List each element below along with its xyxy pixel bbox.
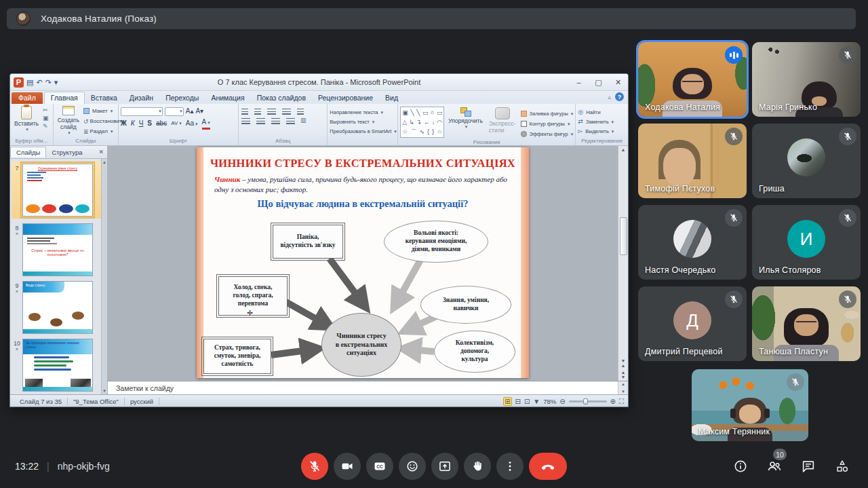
underline-button[interactable]: Ч xyxy=(139,119,144,128)
justify-icon[interactable] xyxy=(286,118,295,124)
zoom-slider-thumb[interactable] xyxy=(583,398,588,405)
participant-tile-grisha[interactable]: Гриша xyxy=(752,124,861,198)
italic-button[interactable]: К xyxy=(131,119,135,128)
format-painter-icon[interactable]: ✎ xyxy=(43,123,49,130)
notes-scrollbar[interactable]: ▲▼ xyxy=(618,381,628,394)
participant-tile-tanyusha[interactable]: Танюша Пластун xyxy=(752,286,861,361)
captions-button[interactable] xyxy=(366,453,393,480)
participant-tile-tymofii[interactable]: Тимофій Пєтухов xyxy=(638,124,747,198)
line-spacing-icon[interactable] xyxy=(297,109,304,115)
present-screen-button[interactable] xyxy=(431,453,458,480)
slide-canvas[interactable]: ЧИННИКИ СТРЕСУ В ЕКСТРЕМАЛЬНИХ СИТУАЦІЯХ… xyxy=(108,146,628,381)
normal-view-button[interactable]: ⊞ xyxy=(503,397,511,406)
participants-button[interactable]: 10 xyxy=(761,453,788,480)
activities-button[interactable] xyxy=(829,453,856,480)
zoom-slider[interactable] xyxy=(569,400,607,402)
leave-call-button[interactable] xyxy=(529,453,567,480)
raise-hand-button[interactable] xyxy=(464,453,491,480)
text-direction-button[interactable]: Направление текста xyxy=(330,108,383,117)
smartart-button[interactable]: Преобразовать в SmartArt xyxy=(330,127,397,136)
tab-slideshow[interactable]: Показ слайдов xyxy=(251,92,312,104)
reactions-button[interactable] xyxy=(399,453,426,480)
font-color-button[interactable]: A xyxy=(202,117,210,130)
zoom-out-button[interactable]: ⊖ xyxy=(559,398,565,405)
cut-icon[interactable]: ✂ xyxy=(43,107,49,113)
bold-button[interactable]: Ж xyxy=(121,119,127,128)
fit-to-window-button[interactable]: ⛶ xyxy=(619,398,624,406)
meeting-details-button[interactable] xyxy=(727,453,754,480)
shadow-button[interactable]: S xyxy=(147,119,152,128)
find-button[interactable]: ◎Найти xyxy=(578,108,600,117)
participant-tile-maria[interactable]: Марія Гринько xyxy=(752,42,861,117)
reading-view-button[interactable]: ⊡ xyxy=(524,398,530,405)
tab-view[interactable]: Вид xyxy=(379,92,404,104)
paste-button[interactable]: Вставить xyxy=(12,105,41,133)
close-button[interactable]: ✕ xyxy=(608,76,628,89)
columns-icon[interactable]: ▥ xyxy=(300,117,307,124)
panel-close-icon[interactable]: ✕ xyxy=(98,149,107,155)
align-center-icon[interactable] xyxy=(256,118,265,124)
slide-thumbnail-7[interactable]: 7 Оцінювання рівня стресу xyxy=(12,162,106,219)
next-slide-button[interactable]: ▲▼ xyxy=(621,370,626,379)
select-button[interactable]: ▻Выделить xyxy=(578,127,614,136)
strikethrough-button[interactable]: abc xyxy=(156,119,167,128)
change-case-button[interactable]: Aa xyxy=(186,119,198,129)
slide-sorter-view-button[interactable]: ⊟ xyxy=(515,398,521,405)
increase-indent-icon[interactable] xyxy=(282,109,291,115)
decrease-indent-icon[interactable] xyxy=(267,109,276,115)
help-icon[interactable]: ? xyxy=(615,92,624,101)
font-name-select[interactable] xyxy=(121,107,163,116)
slide-thumbnail-8[interactable]: 8✶ Стрес – негативне явище чи позитивне? xyxy=(12,223,106,276)
shape-effects-button[interactable]: Эффекты фигур xyxy=(521,130,574,138)
maximize-button[interactable]: ▢ xyxy=(589,76,608,89)
more-options-button[interactable] xyxy=(496,453,524,480)
participant-tile-dmitry[interactable]: Д Дмитрий Перцевой xyxy=(638,286,747,361)
redo-icon[interactable]: ↷ xyxy=(45,79,52,86)
notes-pane[interactable]: Заметки к слайду ▲▼ xyxy=(108,381,628,394)
powerpoint-logo-icon[interactable]: P xyxy=(14,77,24,88)
slide-thumbnail-9[interactable]: 9✶ Види стресу xyxy=(12,281,106,334)
slide-7[interactable]: ЧИННИКИ СТРЕСУ В ЕКСТРЕМАЛЬНИХ СИТУАЦІЯХ… xyxy=(197,147,529,378)
save-icon[interactable]: ▤ xyxy=(26,79,33,86)
chat-button[interactable] xyxy=(795,453,822,480)
copy-icon[interactable]: ▣ xyxy=(43,115,49,121)
bullets-icon[interactable] xyxy=(241,109,248,115)
powerpoint-titlebar[interactable]: P ▤ ↶ ↷ ▾ О 7 клас Керування стресом. Па… xyxy=(10,74,628,91)
shape-fill-button[interactable]: Заливка фигуры xyxy=(521,109,574,118)
numbering-icon[interactable] xyxy=(254,109,261,115)
tab-insert[interactable]: Вставка xyxy=(85,92,123,104)
replace-button[interactable]: ⇄Заменить xyxy=(578,117,614,126)
shrink-font-icon[interactable]: A▾ xyxy=(195,107,203,116)
participant-tile-ilya[interactable]: И Илья Столяров xyxy=(752,205,861,280)
panel-scrollbar[interactable]: ▲▼ xyxy=(101,159,107,394)
tab-file[interactable]: Файл xyxy=(12,92,43,104)
canvas-vertical-scrollbar[interactable]: ▲ ▼▲ ▲▼ xyxy=(618,146,628,381)
slide-thumbnail-10[interactable]: 10✶ За природою виникнення чинники стрес… xyxy=(12,339,106,392)
character-spacing-button[interactable]: AV xyxy=(171,119,182,128)
quick-access-caret-icon[interactable]: ▾ xyxy=(54,79,58,86)
align-right-icon[interactable] xyxy=(271,118,280,124)
participant-tile-maksym[interactable]: Максим Терянник xyxy=(692,369,808,441)
tab-transitions[interactable]: Переходы xyxy=(159,92,205,104)
previous-slide-button[interactable]: ▼▲ xyxy=(621,358,626,368)
minimize-ribbon-icon[interactable]: ▵ xyxy=(608,94,611,100)
camera-toggle-button[interactable] xyxy=(334,453,361,480)
quick-styles-button[interactable]: Экспресс-стили xyxy=(487,107,519,134)
shapes-gallery[interactable]: ▣╲╲▭○▭ △↳↴←↓◠ ☆⌒∿{}☆ xyxy=(400,107,444,138)
align-text-button[interactable]: Выровнять текст xyxy=(330,117,374,126)
mic-toggle-button[interactable] xyxy=(301,453,328,480)
minimize-button[interactable]: – xyxy=(569,76,589,89)
participant-tile-hodakova[interactable]: Ходакова Наталия xyxy=(638,42,747,117)
tab-design[interactable]: Дизайн xyxy=(123,92,159,104)
panel-tab-slides[interactable]: Слайды xyxy=(10,147,46,157)
slideshow-view-button[interactable]: ▼ xyxy=(533,398,540,405)
status-language[interactable]: русский xyxy=(125,398,159,405)
zoom-in-button[interactable]: ⊕ xyxy=(610,398,616,405)
tab-review[interactable]: Рецензирование xyxy=(312,92,379,104)
font-size-select[interactable] xyxy=(165,107,184,116)
arrange-button[interactable]: Упорядочить xyxy=(446,107,485,130)
tab-animations[interactable]: Анимация xyxy=(205,92,250,104)
participant-tile-nastya[interactable]: Настя Очередько xyxy=(638,205,747,280)
panel-tab-outline[interactable]: Структура xyxy=(46,147,87,157)
grow-font-icon[interactable]: A▴ xyxy=(186,107,194,116)
